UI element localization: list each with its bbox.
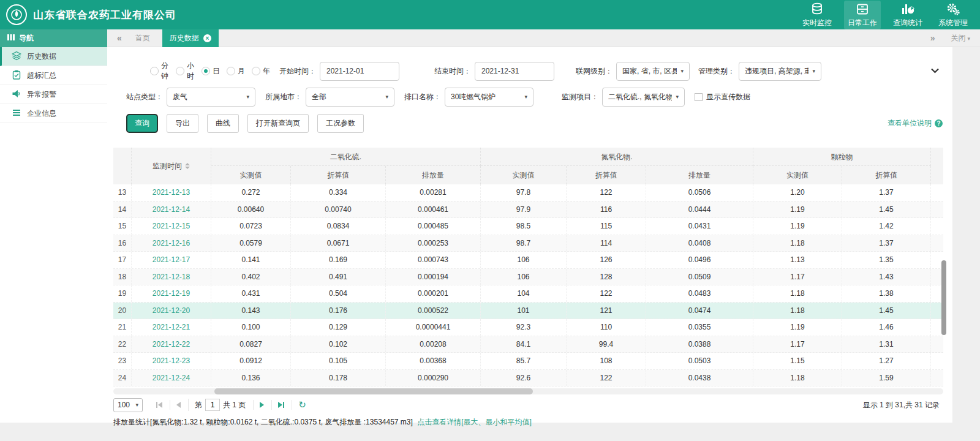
row-number-cell: 16: [113, 235, 132, 252]
value-cell: 110: [567, 319, 646, 336]
condition-params-button[interactable]: 工况参数: [317, 114, 364, 133]
start-time-input[interactable]: [320, 62, 399, 81]
tabs-scroll-left-icon[interactable]: «: [117, 33, 122, 43]
city-select[interactable]: 全部▾: [306, 88, 394, 107]
sidebar-item-history-data[interactable]: 历史数据: [0, 47, 107, 66]
date-link[interactable]: 2021-12-24: [132, 370, 211, 386]
monitor-items-select[interactable]: 二氧化硫., 氮氧化物., 颗粒▾: [602, 88, 685, 107]
date-link[interactable]: 2021-12-23: [132, 353, 211, 369]
gears-icon: [946, 2, 960, 16]
radio-minute[interactable]: 分钟: [150, 61, 169, 81]
tab-history-data[interactable]: 历史数据 ×: [162, 29, 219, 47]
manage-category-select[interactable]: 违规项目, 高架源, 重点排▾: [739, 62, 821, 81]
grid-icon: [7, 34, 15, 43]
date-link[interactable]: 2021-12-20: [132, 303, 211, 319]
table-row[interactable]: 182021-12-180.4020.4910.0001941061280.05…: [113, 269, 943, 286]
data-table: 监测时间二氧化硫.实测值折算值排放量氮氧化物.实测值折算值排放量颗粒物实测值折算…: [113, 148, 943, 386]
detail-link[interactable]: 点击查看详情[最大、最小和平均值]: [417, 418, 532, 426]
table-row[interactable]: 222021-12-220.08270.1020.0020884.199.40.…: [113, 336, 943, 353]
value-cell: 1.17: [753, 269, 842, 285]
value-cell: 0.0503: [646, 353, 753, 369]
sidebar-item-enterprise-info[interactable]: 企业信息: [0, 104, 107, 123]
value-cell: 1.37: [842, 235, 931, 252]
radio-day[interactable]: 日: [202, 61, 220, 81]
table-row[interactable]: 242021-12-240.1360.1780.00029092.61220.0…: [113, 370, 943, 387]
value-cell: 0.0671: [291, 235, 386, 252]
end-time-input[interactable]: [475, 62, 554, 81]
value-cell: 0.000290: [386, 370, 481, 386]
direct-data-checkbox[interactable]: 显示直传数据: [695, 92, 750, 102]
date-link[interactable]: 2021-12-14: [132, 202, 211, 218]
table-row[interactable]: 132021-12-130.2720.3340.0028197.81220.05…: [113, 184, 943, 202]
tab-home[interactable]: 首页: [135, 33, 150, 43]
value-cell: 122: [567, 184, 646, 201]
page-size-select[interactable]: 100 ▾: [113, 398, 143, 412]
page-number-input[interactable]: [205, 399, 220, 411]
radio-year[interactable]: 年: [252, 61, 270, 81]
tabs-scroll-right-icon[interactable]: »: [930, 33, 935, 43]
last-page-button[interactable]: [271, 400, 290, 410]
date-link[interactable]: 2021-12-22: [132, 336, 211, 353]
value-cell: 115: [567, 218, 646, 235]
open-new-query-button[interactable]: 打开新查询页: [247, 114, 309, 133]
table-row[interactable]: 202021-12-200.1430.1760.0005221011210.04…: [113, 303, 943, 320]
table-row[interactable]: 232021-12-230.09120.1050.0036885.71080.0…: [113, 353, 943, 370]
radio-hour[interactable]: 小时: [176, 61, 195, 81]
sidebar-item-abnormal-alarm[interactable]: 异常报警: [0, 85, 107, 104]
next-page-button[interactable]: [253, 400, 270, 410]
close-menu-button[interactable]: 关闭▾: [951, 33, 970, 43]
value-cell: 1.19: [753, 218, 842, 235]
tab-label: 历史数据: [170, 33, 199, 43]
close-tab-icon[interactable]: ×: [203, 34, 211, 42]
first-page-button[interactable]: [150, 400, 168, 410]
vertical-scrollbar-thumb[interactable]: [941, 260, 946, 335]
curve-button[interactable]: 曲线: [207, 114, 239, 133]
station-type-select[interactable]: 废气▾: [167, 88, 255, 107]
value-cell: 0.272: [211, 184, 291, 201]
date-link[interactable]: 2021-12-21: [132, 319, 211, 336]
top-header: 山东省联合农药工业有限公司 实时监控 日常工作: [0, 0, 980, 29]
filter-row-station: 站点类型： 废气▾ 所属地市： 全部▾ 排口名称： 30吨燃气锅炉▾ 监测项目：…: [126, 87, 952, 107]
column-header-time[interactable]: 监测时间: [132, 148, 211, 184]
value-cell: 1.20: [753, 184, 842, 201]
row-filler: [931, 202, 943, 218]
table-row[interactable]: 212021-12-210.1000.1290.000044192.31100.…: [113, 319, 943, 336]
date-link[interactable]: 2021-12-19: [132, 285, 211, 302]
table-row[interactable]: 142021-12-140.006400.007400.00046197.911…: [113, 202, 943, 219]
date-link[interactable]: 2021-12-17: [132, 252, 211, 268]
table-row[interactable]: 162021-12-160.05790.06710.00025398.71140…: [113, 235, 943, 252]
menu-daily-work[interactable]: 日常工作: [844, 1, 881, 29]
prev-page-button[interactable]: [170, 400, 187, 410]
date-link[interactable]: 2021-12-16: [132, 235, 211, 252]
unit-note-label: 查看单位说明: [888, 118, 932, 129]
group-header-label: 二氧化硫.: [211, 148, 481, 166]
date-link[interactable]: 2021-12-13: [132, 184, 211, 201]
radio-month[interactable]: 月: [227, 61, 245, 81]
collapse-filters-icon[interactable]: [931, 67, 939, 75]
network-level-select[interactable]: 国家, 省, 市, 区县▾: [616, 62, 690, 81]
export-button[interactable]: 导出: [167, 114, 198, 133]
clipboard-icon: [12, 70, 21, 81]
sidebar-item-exceedance-summary[interactable]: 超标汇总: [0, 66, 107, 85]
value-cell: 0.000461: [386, 202, 481, 218]
group-header-label: 氮氧化物.: [481, 148, 753, 166]
value-cell: 0.0723: [211, 218, 291, 235]
radio-icon: [202, 67, 210, 75]
value-cell: 104: [481, 285, 567, 302]
unit-note-link[interactable]: 查看单位说明 ?: [888, 118, 943, 129]
refresh-icon[interactable]: ↻: [292, 400, 312, 410]
value-cell: 97.9: [481, 202, 567, 218]
menu-system-management[interactable]: 系统管理: [935, 1, 971, 29]
value-cell: 0.000201: [386, 285, 481, 302]
query-button[interactable]: 查询: [126, 114, 158, 133]
table-row[interactable]: 152021-12-150.07230.08340.00048598.51150…: [113, 218, 943, 235]
date-link[interactable]: 2021-12-15: [132, 218, 211, 235]
outlet-name-select[interactable]: 30吨燃气锅炉▾: [445, 88, 533, 107]
menu-query-statistics[interactable]: 查询统计: [889, 1, 926, 29]
value-cell: 128: [567, 269, 646, 285]
table-row[interactable]: 172021-12-170.1410.1690.0007431061260.04…: [113, 252, 943, 269]
date-link[interactable]: 2021-12-18: [132, 269, 211, 285]
menu-realtime-monitor[interactable]: 实时监控: [799, 1, 835, 29]
table-row[interactable]: 192021-12-190.4310.5040.0002011041220.04…: [113, 285, 943, 303]
horizontal-scrollbar-thumb[interactable]: [214, 388, 533, 394]
